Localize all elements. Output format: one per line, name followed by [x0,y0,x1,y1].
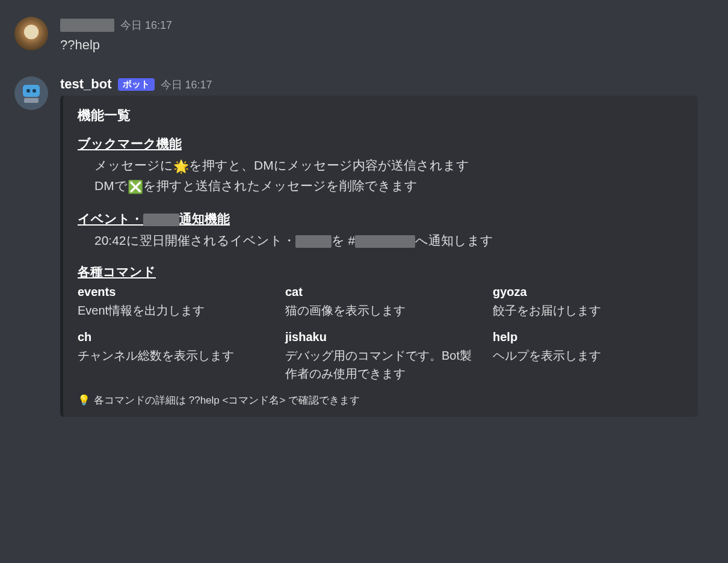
section-title-commands: 各種コマンド [78,263,683,280]
section-desc-event: 20:42に翌日開催されるイベント・ を # へ通知します [78,231,683,251]
message-bot: test_bot ボット 今日 16:17 機能一覧 ブックマーク機能 メッセー… [10,72,718,420]
svg-point-2 [32,89,36,93]
text: へ通知します [415,233,493,247]
message-body: test_bot ボット 今日 16:17 機能一覧 ブックマーク機能 メッセー… [60,76,714,417]
redacted-text [143,214,179,226]
timestamp: 今日 16:17 [161,78,212,92]
message-header: 今日 16:17 [60,17,714,32]
field-name: help [493,330,683,344]
section-title-event: イベント・ 通知機能 [78,211,683,227]
text: 20:42に翌日開催されるイベント・ [94,233,295,247]
desc-line: メッセージに🌟を押すと、DMにメッセージ内容が送信されます [78,156,683,177]
svg-rect-0 [23,85,40,97]
embed: 機能一覧 ブックマーク機能 メッセージに🌟を押すと、DMにメッセージ内容が送信さ… [60,96,698,417]
field-name: cat [285,285,476,299]
field-name: gyoza [493,285,683,299]
embed-fields: events Event情報を出力します cat 猫の画像を表示します gyoz… [78,285,683,383]
bot-icon [18,80,45,106]
field-value: Event情報を出力します [78,301,268,319]
field-value: 猫の画像を表示します [285,301,476,319]
avatar[interactable] [14,76,48,110]
star-icon: 🌟 [173,157,189,177]
svg-point-1 [26,89,30,93]
message-header: test_bot ボット 今日 16:17 [60,76,714,92]
text: DMで [94,179,128,192]
message-user: 今日 16:17 ??help [10,12,718,57]
embed-field: help ヘルプを表示します [493,330,683,383]
desc-line: 20:42に翌日開催されるイベント・ を # へ通知します [78,231,683,251]
section-title-bookmark: ブックマーク機能 [78,135,683,152]
text: を # [332,233,356,247]
timestamp: 今日 16:17 [120,18,172,32]
text: 通知機能 [179,212,230,226]
field-name: events [78,285,268,299]
field-value: ヘルプを表示します [493,346,683,365]
section-desc-bookmark: メッセージに🌟を押すと、DMにメッセージ内容が送信されます DMで❎を押すと送信… [78,156,683,197]
desc-line: DMで❎を押すと送信されたメッセージを削除できます [78,176,683,197]
embed-field: cat 猫の画像を表示します [285,285,476,319]
avatar[interactable] [14,17,48,51]
embed-field: ch チャンネル総数を表示します [78,330,268,383]
embed-field: gyoza 餃子をお届けします [493,285,683,319]
embed-footer: 💡 各コマンドの詳細は ??help <コマンド名> で確認できます [78,393,683,407]
redacted-text [295,235,332,248]
message-content: ??help [60,36,714,55]
footer-text: 各コマンドの詳細は ??help <コマンド名> で確認できます [94,393,360,407]
x-icon: ❎ [128,177,143,197]
svg-rect-3 [24,98,39,103]
field-value: 餃子をお届けします [493,301,683,319]
text: を押すと送信されたメッセージを削除できます [143,179,418,192]
bulb-icon: 💡 [78,394,90,407]
message-body: 今日 16:17 ??help [60,17,714,55]
text: イベント・ [78,212,143,226]
field-value: チャンネル総数を表示します [78,346,268,365]
field-value: デバッグ用のコマンドです。Bot製作者のみ使用できます [285,346,476,383]
field-name: ch [78,330,268,344]
embed-title: 機能一覧 [78,106,683,125]
redacted-text [60,19,114,32]
embed-field: events Event情報を出力します [78,285,268,319]
username[interactable] [60,17,114,32]
bot-tag: ボット [118,78,155,91]
text: メッセージに [94,158,173,172]
embed-field: jishaku デバッグ用のコマンドです。Bot製作者のみ使用できます [285,330,476,383]
text: を押すと、DMにメッセージ内容が送信されます [189,158,469,172]
username[interactable]: test_bot [60,76,112,92]
redacted-text [355,235,415,248]
field-name: jishaku [285,330,476,344]
